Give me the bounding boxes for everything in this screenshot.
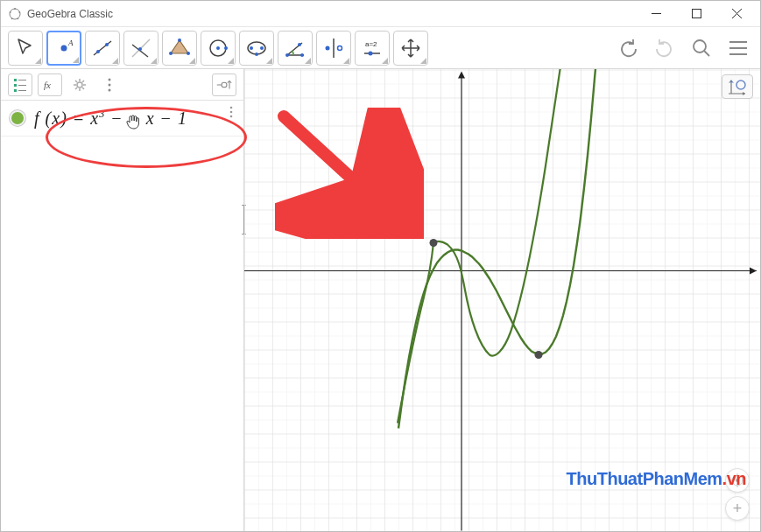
local-max-point[interactable] — [430, 239, 438, 247]
maximize-button[interactable] — [676, 1, 716, 27]
svg-point-44 — [109, 78, 111, 80]
visibility-toggle[interactable] — [10, 110, 25, 126]
svg-point-43 — [77, 82, 82, 88]
svg-point-27 — [298, 43, 301, 46]
algebra-fx-button[interactable]: fx — [38, 74, 62, 96]
svg-point-24 — [260, 46, 264, 50]
graphics-view[interactable]: + ThuThuatPhanMem.vn — [244, 69, 760, 531]
svg-point-16 — [178, 38, 181, 42]
svg-point-26 — [285, 53, 289, 57]
menu-button[interactable] — [723, 33, 753, 63]
window-title: GeoGebra Classic — [27, 8, 636, 20]
svg-text:fx: fx — [44, 80, 51, 90]
algebra-header: fx — [1, 69, 243, 101]
svg-point-10 — [96, 50, 100, 53]
svg-point-35 — [694, 40, 706, 52]
svg-point-49 — [230, 116, 233, 118]
watermark: ThuThuatPhanMem.vn — [567, 469, 746, 489]
svg-text:a=2: a=2 — [365, 40, 377, 48]
svg-rect-36 — [14, 79, 17, 81]
svg-point-23 — [250, 46, 253, 50]
svg-point-30 — [326, 46, 330, 50]
svg-point-48 — [230, 111, 233, 114]
slider-tool[interactable]: a=2 — [355, 31, 390, 66]
item-more-button[interactable] — [229, 106, 233, 121]
svg-point-17 — [187, 52, 190, 55]
polygon-tool[interactable] — [162, 31, 197, 66]
svg-rect-38 — [14, 84, 17, 87]
svg-point-14 — [138, 47, 142, 51]
line-tool[interactable] — [85, 31, 120, 66]
svg-point-18 — [169, 52, 173, 55]
svg-rect-41 — [18, 90, 26, 91]
svg-point-0 — [10, 9, 20, 19]
svg-rect-40 — [14, 89, 17, 92]
svg-point-46 — [109, 88, 111, 91]
redo-button[interactable] — [650, 33, 680, 63]
point-tool[interactable]: A — [46, 31, 81, 66]
svg-point-31 — [338, 46, 342, 50]
search-button[interactable] — [687, 33, 716, 63]
circle-tool[interactable] — [201, 31, 236, 66]
zoom-in-button[interactable]: + — [725, 496, 750, 521]
svg-point-21 — [224, 46, 228, 50]
svg-point-47 — [230, 107, 233, 109]
algebra-toggle-tree[interactable] — [8, 74, 32, 96]
local-min-point[interactable] — [535, 351, 543, 359]
svg-marker-15 — [171, 40, 188, 53]
svg-point-11 — [105, 43, 109, 46]
algebra-settings-button[interactable] — [67, 74, 92, 96]
close-button[interactable] — [716, 1, 757, 27]
titlebar: GeoGebra Classic — [1, 1, 760, 27]
svg-line-9 — [94, 41, 111, 55]
move-view-tool[interactable] — [393, 31, 428, 66]
angle-tool[interactable] — [278, 31, 313, 66]
main-toolbar: A a=2 — [1, 27, 760, 69]
svg-point-34 — [369, 51, 373, 55]
app-logo-icon — [8, 7, 22, 21]
graphics-stylebar-toggle[interactable] — [722, 74, 753, 99]
svg-marker-56 — [743, 92, 745, 95]
ellipse-tool[interactable] — [239, 31, 274, 66]
svg-point-3 — [17, 18, 18, 19]
move-tool[interactable] — [8, 31, 43, 66]
svg-point-45 — [109, 83, 111, 86]
undo-button[interactable] — [613, 33, 643, 63]
svg-text:A: A — [67, 38, 74, 47]
svg-point-2 — [18, 11, 20, 13]
graphing-canvas[interactable] — [244, 69, 760, 531]
svg-point-57 — [736, 80, 745, 89]
svg-point-1 — [14, 8, 16, 10]
formula-text[interactable]: f (x) = x3 − x − 1 — [34, 108, 187, 129]
svg-point-7 — [61, 45, 67, 51]
svg-point-5 — [10, 11, 11, 13]
algebra-style-button[interactable] — [212, 74, 236, 96]
algebra-view: fx f (x) = x3 − x − 1 — [1, 69, 244, 531]
svg-rect-6 — [692, 10, 701, 18]
algebra-item[interactable]: f (x) = x3 − x − 1 — [1, 101, 243, 136]
hand-cursor-icon — [123, 113, 141, 130]
svg-point-28 — [300, 53, 304, 57]
svg-point-20 — [216, 46, 220, 50]
algebra-more-button[interactable] — [97, 74, 122, 96]
svg-point-25 — [255, 52, 258, 56]
svg-rect-37 — [18, 80, 26, 80]
perpendicular-tool[interactable] — [123, 31, 159, 66]
svg-rect-39 — [18, 85, 26, 86]
svg-point-4 — [11, 18, 13, 19]
minimize-button[interactable] — [636, 1, 676, 27]
reflect-tool[interactable] — [316, 31, 351, 66]
